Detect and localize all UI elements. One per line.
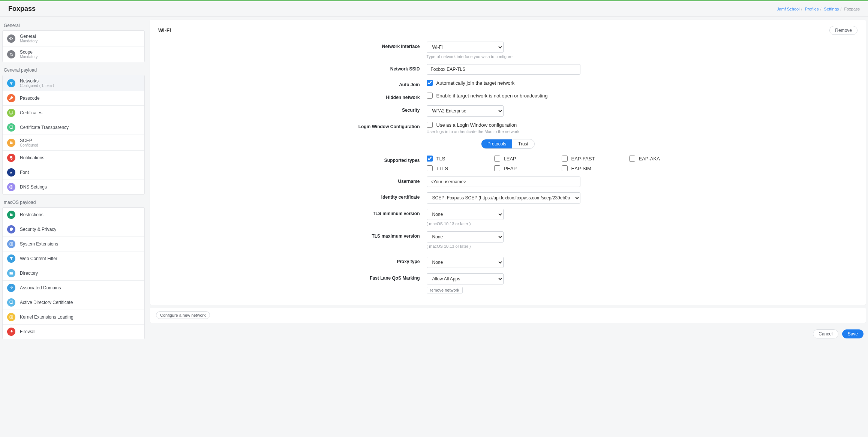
sidebar-item-restrictions[interactable]: Restrictions	[3, 208, 144, 222]
card-title: Wi-Fi	[158, 27, 171, 33]
fastlane-select[interactable]: Allow All Apps	[427, 273, 504, 284]
sidebar-item-dns[interactable]: DNS Settings	[3, 180, 144, 194]
ssid-input[interactable]	[427, 64, 580, 75]
crumb-settings[interactable]: Settings	[824, 7, 839, 11]
configure-card: Configure a new network	[150, 308, 866, 323]
sidebar-item-ad-cert[interactable]: Active Directory Certificate	[3, 295, 144, 310]
sidebar-item-label: System Extensions	[20, 241, 58, 247]
type-peap-label: PEAP	[504, 166, 517, 171]
cert-icon	[7, 123, 15, 132]
crumb-profiles[interactable]: Profiles	[805, 7, 819, 11]
sidebar-item-security-privacy[interactable]: Security & Privacy	[3, 222, 144, 237]
sidebar-item-certificates[interactable]: Certificates	[3, 106, 144, 120]
autojoin-checkbox[interactable]	[427, 80, 433, 86]
configure-new-button[interactable]: Configure a new network	[156, 311, 210, 319]
scope-icon	[7, 50, 15, 58]
key-icon	[7, 94, 15, 102]
cert-icon	[7, 298, 15, 307]
remove-button[interactable]: Remove	[829, 26, 858, 35]
autojoin-text: Automatically join the target network	[436, 80, 515, 86]
svg-rect-3	[10, 126, 13, 129]
sidebar-item-scope[interactable]: ScopeMandatory	[3, 46, 144, 62]
sidebar-item-label: Kernel Extensions Loading	[20, 314, 73, 320]
svg-rect-2	[10, 111, 13, 114]
sidebar-item-sub: Mandatory	[20, 55, 37, 59]
label-username: Username	[311, 177, 420, 184]
sidebar-item-scep[interactable]: SCEPConfigured	[3, 135, 144, 151]
ext-icon	[7, 240, 15, 248]
save-button[interactable]: Save	[842, 329, 864, 338]
wifi-icon	[7, 79, 15, 87]
security-select[interactable]: WPA2 Enterprise	[427, 105, 504, 117]
login-window-text: Use as a Login Window configuration	[436, 122, 517, 128]
type-tls-label: TLS	[436, 156, 445, 162]
tls-max-select[interactable]: None	[427, 231, 504, 242]
svg-line-1	[12, 55, 13, 56]
sidebar-item-label: Passcode	[20, 96, 40, 101]
breadcrumb: Jamf School/ Profiles/ Settings/ Foxpass	[777, 7, 860, 11]
sidebar-item-cert-transparency[interactable]: Certificate Transparency	[3, 120, 144, 135]
type-eapfast-label: EAP-FAST	[571, 156, 595, 162]
auth-tabs: Protocols Trust	[481, 139, 535, 149]
sidebar-item-sub: Configured ( 1 item )	[20, 84, 54, 88]
help-tls-max: ( macOS 10.13 or later )	[427, 244, 705, 248]
sidebar-item-label: General	[20, 34, 37, 39]
label-fastlane: Fast Lane QoS Marking	[311, 273, 420, 281]
sidebar-item-notifications[interactable]: Notifications	[3, 151, 144, 165]
help-login-window: User logs in to authenticate the Mac to …	[427, 129, 705, 134]
label-hidden: Hidden network	[311, 93, 420, 100]
dir-icon	[7, 269, 15, 277]
sidebar-item-label: Associated Domains	[20, 285, 61, 290]
sidebar-item-directory[interactable]: Directory	[3, 266, 144, 281]
sidebar-item-associated-domains[interactable]: Associated Domains	[3, 281, 144, 295]
svg-rect-12	[11, 317, 12, 318]
crumb-jamf[interactable]: Jamf School	[777, 7, 800, 11]
tab-trust[interactable]: Trust	[512, 139, 534, 148]
label-tls-min: TLS minimum version	[311, 209, 420, 216]
topbar: Foxpass Jamf School/ Profiles/ Settings/…	[0, 0, 868, 17]
username-input[interactable]	[427, 177, 580, 187]
hidden-checkbox[interactable]	[427, 93, 433, 99]
hidden-text: Enable if target network is not open or …	[436, 93, 548, 99]
proxy-select[interactable]: None	[427, 257, 504, 268]
sidebar-item-label: Scope	[20, 49, 37, 55]
tls-min-select[interactable]: None	[427, 209, 504, 220]
svg-rect-7	[10, 214, 13, 216]
sidebar-item-system-extensions[interactable]: System Extensions	[3, 237, 144, 251]
sidebar-section-title: macOS payload	[2, 197, 145, 207]
label-identity-cert: Identity certificate	[311, 192, 420, 200]
type-eapaka-checkbox[interactable]	[629, 156, 635, 162]
cancel-button[interactable]: Cancel	[813, 329, 838, 338]
network-interface-select[interactable]: Wi-Fi	[427, 42, 504, 53]
login-window-checkbox[interactable]	[427, 122, 433, 128]
type-peap-checkbox[interactable]	[494, 165, 500, 171]
svg-rect-4	[10, 142, 13, 144]
sidebar-item-sub: Configured	[20, 143, 38, 147]
lock-icon	[7, 139, 15, 147]
type-tls-checkbox[interactable]	[427, 156, 433, 162]
type-eapsim-checkbox[interactable]	[562, 165, 568, 171]
type-ttls-checkbox[interactable]	[427, 165, 433, 171]
sidebar-item-label: Certificates	[20, 110, 42, 115]
sidebar-item-web-content-filter[interactable]: Web Content Filter	[3, 251, 144, 266]
sidebar-item-kernel-ext[interactable]: Kernel Extensions Loading	[3, 310, 144, 325]
type-leap-label: LEAP	[504, 156, 516, 162]
type-eapfast-checkbox[interactable]	[562, 156, 568, 162]
sidebar-item-label: Font	[20, 170, 29, 175]
sidebar-item-label: Security & Privacy	[20, 227, 56, 232]
svg-rect-9	[11, 244, 12, 245]
remove-network-link[interactable]: remove network	[427, 287, 463, 293]
shield-icon	[7, 225, 15, 233]
sidebar-item-font[interactable]: AFont	[3, 165, 144, 180]
identity-cert-select[interactable]: SCEP: Foxpass SCEP (https://api.foxbox.f…	[427, 192, 580, 204]
tab-protocols[interactable]: Protocols	[481, 139, 512, 148]
sidebar-item-general[interactable]: GeneralMandatory	[3, 31, 144, 46]
page-title: Foxpass	[8, 5, 36, 13]
type-leap-checkbox[interactable]	[494, 156, 500, 162]
type-eapaka-label: EAP-AKA	[639, 156, 660, 162]
sidebar-item-passcode[interactable]: Passcode	[3, 91, 144, 106]
sidebar-item-sub: Mandatory	[20, 39, 37, 43]
label-network-interface: Network Interface	[311, 42, 420, 49]
sidebar-item-firewall[interactable]: Firewall	[3, 325, 144, 339]
sidebar-item-networks[interactable]: NetworksConfigured ( 1 item )	[3, 75, 144, 91]
